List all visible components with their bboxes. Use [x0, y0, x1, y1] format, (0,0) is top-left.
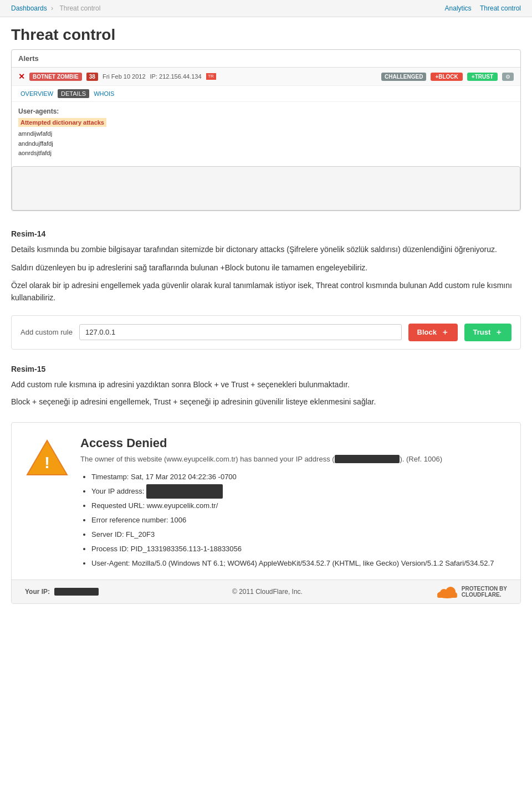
user-agent-item-3: aonrdsjtfafdj: [18, 148, 514, 158]
alert-row: ✕ BOTNET ZOMBIE 38 Fri Feb 10 2012 IP: 2…: [12, 68, 520, 86]
threat-control-link[interactable]: Threat control: [480, 4, 521, 12]
breadcrumb-home-link[interactable]: Dashboards: [11, 4, 47, 12]
custom-rule-label: Add custom rule: [21, 328, 73, 336]
custom-rule-box: Add custom rule Block ＋ Trust ＋: [11, 315, 521, 350]
svg-rect-5: [437, 594, 457, 598]
settings-button-small[interactable]: ⚙: [502, 73, 514, 81]
resim14-section: Resim-14 Details kısmında bu zombie bilg…: [11, 222, 521, 259]
resim15-paragraph1: Add custom rule kısmına ip adresini yazd…: [11, 378, 521, 391]
challenged-badge: CHALLENGED: [381, 73, 426, 81]
resim15-label: Resim-15: [11, 363, 521, 375]
access-denied-text: Access Denied The owner of this website …: [80, 436, 494, 571]
alert-close-button[interactable]: ✕: [18, 72, 25, 81]
page-title: Threat control: [11, 26, 521, 44]
user-agents-label: User-agents:: [18, 107, 514, 115]
tab-details[interactable]: DETAILS: [58, 89, 89, 98]
breadcrumb-current: Threat control: [59, 4, 100, 12]
footer-ip-redacted: [54, 588, 99, 596]
access-list-item-4: Error reference number: 1006: [91, 513, 494, 527]
trust-button-small[interactable]: +TRUST: [467, 73, 498, 81]
access-denied-subtitle: The owner of this website (www.eyupcelik…: [80, 455, 494, 463]
footer-copyright: © 2011 CloudFlare, Inc.: [232, 588, 303, 596]
top-nav-right: Analytics Threat control: [438, 4, 521, 12]
attack-type-highlight: Attempted dictionary attacks: [18, 118, 106, 127]
resim14-label: Resim-14: [11, 228, 521, 240]
breadcrumb: Dashboards › Threat control: [11, 4, 103, 12]
access-list-item-5: Server ID: FL_20F3: [91, 527, 494, 542]
paragraph3-section: Özel olarak bir ip adresini engellemek y…: [11, 277, 521, 307]
access-denied-list: Timestamp: Sat, 17 Mar 2012 04:22:36 -07…: [80, 470, 494, 571]
paragraph3-text: Özel olarak bir ip adresini engellemek y…: [11, 279, 521, 304]
trust-plus-icon: ＋: [495, 327, 503, 336]
paragraph2-section: Saldırı düzenleyen bu ip adreslerini sağ…: [11, 259, 521, 277]
alert-date: Fri Feb 10 2012: [103, 73, 146, 80]
warning-icon: !: [25, 438, 69, 477]
warning-icon-wrap: !: [25, 436, 69, 571]
block-button-small[interactable]: +BLOCK: [431, 73, 462, 81]
access-denied-content: ! Access Denied The owner of this websit…: [12, 423, 520, 580]
access-denied-panel: ! Access Denied The owner of this websit…: [11, 422, 521, 604]
alert-ip: IP: 212.156.44.134: [150, 73, 202, 80]
alerts-panel: Alerts ✕ BOTNET ZOMBIE 38 Fri Feb 10 201…: [11, 49, 521, 211]
footer-ip-label: Your IP:: [25, 588, 50, 596]
tab-overview[interactable]: OVERVIEW: [18, 89, 55, 98]
cloudflare-text: PROTECTION BYCLOUDFLARE.: [462, 586, 507, 598]
custom-rule-input[interactable]: [79, 324, 402, 340]
footer-ip-wrap: Your IP:: [25, 588, 99, 596]
user-agent-item-1: amndijwfafdj: [18, 129, 514, 139]
ip-redacted-list: [146, 484, 223, 499]
paragraph2-text: Saldırı düzenleyen bu ip adreslerini sağ…: [11, 262, 521, 274]
analytics-link[interactable]: Analytics: [445, 4, 472, 12]
resim15-section: Resim-15 Add custom rule kısmına ip adre…: [11, 357, 521, 394]
botnet-badge: BOTNET ZOMBIE: [29, 73, 82, 81]
access-list-item-3: Requested URL: www.eyupcelik.com.tr/: [91, 499, 494, 513]
alerts-header: Alerts: [12, 50, 520, 68]
access-list-item-7: User-Agent: Mozilla/5.0 (Windows NT 6.1;…: [91, 556, 494, 571]
resim15-para2-section: Block + seçeneği ip adresini engellemek,…: [11, 394, 521, 411]
details-panel: User-agents: Attempted dictionary attack…: [12, 102, 520, 164]
flag-icon: TR: [206, 73, 216, 80]
user-agent-item-2: andndujffafdj: [18, 139, 514, 149]
resim14-paragraph: Details kısmında bu zombie bilgisayar ta…: [11, 243, 521, 255]
cloudflare-badge: PROTECTION BYCLOUDFLARE.: [436, 584, 507, 599]
access-list-item-2: Your IP address:: [91, 484, 494, 499]
resim15-paragraph2: Block + seçeneği ip adresini engellemek,…: [11, 396, 521, 408]
main-content: Alerts ✕ BOTNET ZOMBIE 38 Fri Feb 10 201…: [0, 49, 532, 615]
panel-filler: [12, 166, 520, 211]
ip-redacted-subtitle: [335, 455, 400, 463]
breadcrumb-separator: ›: [51, 4, 53, 12]
alert-count-badge: 38: [86, 73, 98, 81]
user-agents-list: amndijwfafdj andndujffafdj aonrdsjtfafdj: [18, 129, 514, 158]
top-navigation: Dashboards › Threat control Analytics Th…: [0, 0, 532, 17]
page-header: Threat control: [0, 17, 532, 49]
tabs-row: OVERVIEW DETAILS WHOIS: [12, 86, 520, 102]
access-list-item-6: Process ID: PID_1331983356.113-1-1883305…: [91, 542, 494, 556]
block-button-large[interactable]: Block ＋: [408, 324, 458, 341]
trust-button-large[interactable]: Trust ＋: [464, 324, 511, 341]
tab-whois[interactable]: WHOIS: [91, 89, 116, 98]
svg-text:!: !: [44, 453, 50, 471]
block-plus-icon: ＋: [441, 327, 449, 336]
cloudflare-logo-icon: [436, 584, 458, 599]
access-denied-title: Access Denied: [80, 436, 494, 450]
access-list-item-1: Timestamp: Sat, 17 Mar 2012 04:22:36 -07…: [91, 470, 494, 484]
access-denied-footer: Your IP: © 2011 CloudFlare, Inc. PROTECT…: [12, 580, 520, 603]
